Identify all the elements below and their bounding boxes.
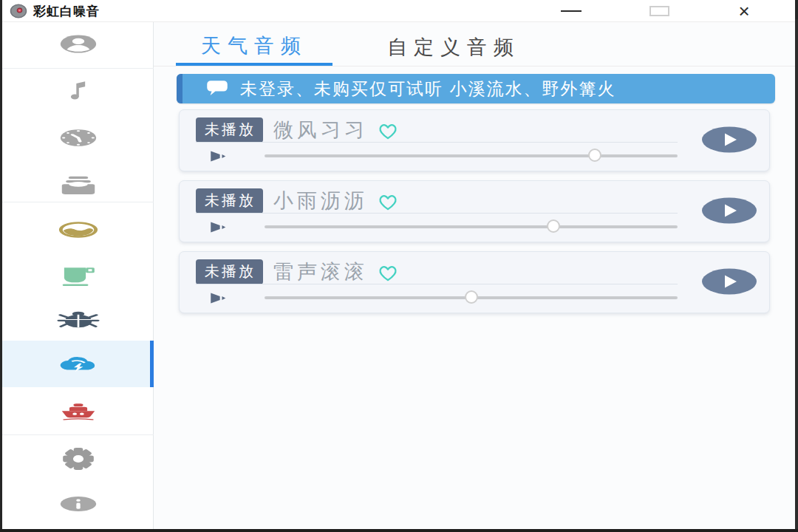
app-logo-icon	[10, 3, 27, 19]
status-badge: 未播放	[196, 117, 263, 143]
sidebar-divider	[2, 202, 154, 202]
desktop-edge-sliver	[0, 529, 798, 532]
track-card: 未播放 小雨沥沥	[179, 180, 770, 242]
volume-slider[interactable]	[265, 154, 678, 157]
volume-slider[interactable]	[265, 225, 678, 228]
track-header: 未播放 雷声滚滚	[196, 259, 399, 285]
volume-speaker-icon	[209, 219, 229, 236]
close-icon: ×	[738, 1, 749, 21]
sidebar-item-music[interactable]	[2, 69, 154, 112]
bug-icon	[57, 308, 100, 331]
card-divider	[196, 284, 678, 284]
notice-accent-bar	[177, 74, 183, 103]
notice-text: 未登录、未购买仅可试听 小溪流水、野外篝火	[240, 78, 615, 100]
sidebar-item-about[interactable]	[2, 482, 154, 525]
favorite-heart-icon[interactable]	[377, 262, 399, 282]
content-area: 天气音频 自定义音频 未登录、未购买仅可试听 小溪流水、野外篝火 未播放 微风习…	[154, 22, 795, 529]
weather-cloud-icon	[56, 352, 100, 376]
card-divider	[196, 142, 678, 143]
notice-banner: 未登录、未购买仅可试听 小溪流水、野外篝火	[177, 74, 775, 103]
minimize-icon	[561, 10, 582, 12]
maximize-icon	[649, 6, 669, 16]
card-divider	[196, 213, 678, 214]
volume-handle[interactable]	[588, 149, 601, 162]
sidebar	[2, 22, 154, 529]
sidebar-item-desert[interactable]	[2, 208, 154, 251]
bowl-icon	[57, 219, 100, 241]
track-name: 雷声滚滚	[273, 259, 368, 285]
info-icon	[57, 493, 100, 515]
track-card: 未播放 微风习习	[179, 109, 770, 171]
clock-icon	[57, 128, 100, 148]
window-title: 彩虹白噪音	[33, 3, 100, 20]
status-badge: 未播放	[196, 259, 263, 284]
screenshot-root: 彩虹白噪音 ×	[0, 0, 798, 532]
app-window: 彩虹白噪音 ×	[2, 0, 795, 529]
inbox-tray-icon	[57, 173, 100, 197]
track-header: 未播放 微风习习	[196, 117, 399, 143]
volume-slider[interactable]	[265, 296, 678, 299]
favorite-heart-icon[interactable]	[377, 191, 399, 211]
sidebar-item-voyage[interactable]	[2, 389, 154, 432]
status-badge: 未播放	[196, 188, 263, 214]
volume-handle[interactable]	[465, 290, 478, 304]
track-header: 未播放 小雨沥沥	[196, 188, 399, 214]
desktop-edge-sliver	[795, 19, 798, 532]
coffee-cup-icon	[58, 263, 98, 287]
volume-speaker-icon	[209, 148, 229, 165]
sidebar-item-account[interactable]	[2, 22, 154, 65]
speech-bubble-icon	[206, 80, 228, 98]
sidebar-divider	[2, 434, 154, 435]
favorite-heart-icon[interactable]	[377, 120, 399, 140]
music-note-icon	[64, 78, 92, 103]
tab-custom-audio[interactable]: 自定义音频	[375, 29, 532, 66]
sidebar-item-library[interactable]	[2, 163, 154, 206]
sidebar-item-insects[interactable]	[2, 298, 154, 341]
play-button[interactable]	[701, 126, 757, 153]
close-button[interactable]: ×	[727, 0, 761, 22]
maximize-button[interactable]	[642, 0, 676, 22]
minimize-button[interactable]	[554, 0, 588, 22]
user-icon	[57, 33, 100, 55]
boat-icon	[57, 399, 100, 422]
tab-bar: 天气音频 自定义音频	[154, 22, 795, 66]
sidebar-item-timer[interactable]	[2, 116, 154, 159]
sidebar-item-cafe[interactable]	[2, 253, 154, 296]
play-button[interactable]	[701, 197, 757, 224]
main-row: 天气音频 自定义音频 未登录、未购买仅可试听 小溪流水、野外篝火 未播放 微风习…	[2, 22, 795, 529]
sidebar-item-weather[interactable]	[2, 341, 154, 387]
play-button[interactable]	[701, 268, 757, 295]
settings-gear-icon	[60, 446, 97, 472]
tab-weather-audio[interactable]: 天气音频	[176, 29, 332, 66]
volume-speaker-icon	[209, 290, 229, 307]
sidebar-item-settings[interactable]	[2, 437, 154, 480]
volume-handle[interactable]	[547, 219, 560, 233]
title-bar: 彩虹白噪音 ×	[2, 0, 795, 22]
track-card: 未播放 雷声滚滚	[179, 251, 770, 313]
track-name: 微风习习	[273, 117, 368, 143]
track-name: 小雨沥沥	[273, 188, 368, 214]
